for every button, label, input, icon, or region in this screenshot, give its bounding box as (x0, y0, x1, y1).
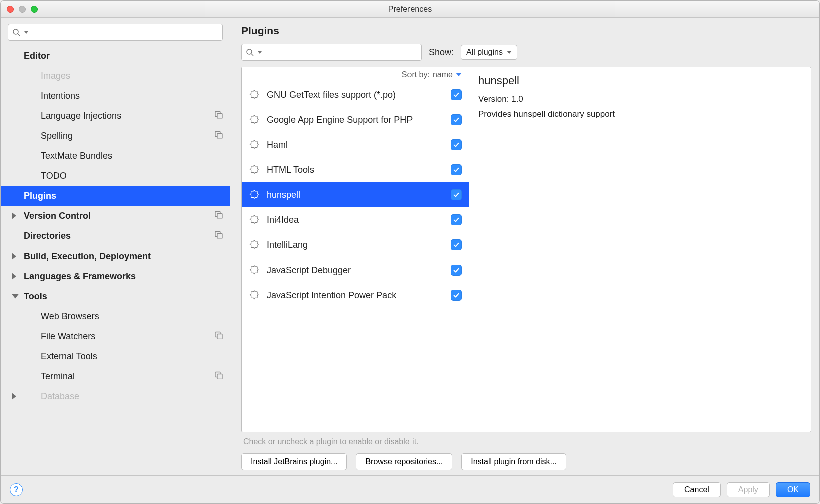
tree-item[interactable]: Intentions (1, 86, 230, 106)
sidebar-search[interactable] (8, 24, 223, 41)
tree-item[interactable]: Build, Execution, Deployment (1, 246, 230, 266)
svg-point-0 (13, 29, 18, 34)
plugin-name: JavaScript Debugger (267, 265, 444, 276)
svg-rect-11 (217, 134, 222, 139)
cancel-button[interactable]: Cancel (673, 482, 721, 497)
plugin-name: hunspell (267, 190, 444, 200)
plugin-detail-version: Version: 1.0 (478, 94, 802, 104)
plugin-name: JavaScript Intention Power Pack (267, 290, 444, 301)
plugin-icon (249, 239, 260, 250)
plugin-search[interactable] (241, 44, 422, 61)
plugin-enabled-checkbox[interactable] (451, 239, 462, 250)
tree-item[interactable]: External Tools (1, 346, 230, 366)
plugin-detail: hunspell Version: 1.0 Provides hunspell … (469, 67, 811, 432)
tree-item[interactable]: Tools (1, 286, 230, 306)
hint-text: Check or uncheck a plugin to enable or d… (243, 437, 809, 446)
plugin-detail-name: hunspell (478, 74, 802, 87)
chevron-right-icon (12, 393, 16, 400)
button-row: Install JetBrains plugin... Browse repos… (241, 453, 811, 470)
plugin-row[interactable]: IntelliLang (242, 232, 469, 258)
ok-button[interactable]: OK (776, 482, 810, 497)
plugin-enabled-checkbox[interactable] (451, 139, 462, 150)
plugin-row[interactable]: Haml (242, 132, 469, 157)
plugin-icon (249, 265, 260, 276)
tree-item[interactable]: Directories (1, 226, 230, 246)
plugin-enabled-checkbox[interactable] (451, 214, 462, 225)
settings-tree[interactable]: EditorImagesIntentionsLanguage Injection… (1, 45, 230, 475)
page-heading: Plugins (241, 25, 811, 37)
zoom-window-button[interactable] (31, 6, 38, 13)
plugin-name: Google App Engine Support for PHP (267, 115, 444, 125)
minimize-window-button[interactable] (19, 6, 26, 13)
scope-icon (215, 331, 223, 342)
sidebar-search-input[interactable] (31, 28, 218, 37)
tree-item-label: Editor (24, 51, 223, 61)
install-from-disk-button[interactable]: Install plugin from disk... (461, 453, 566, 470)
chevron-right-icon (12, 253, 16, 260)
plugin-detail-description: Provides hunspell dictionary support (478, 109, 802, 119)
tree-item-label: Languages & Frameworks (24, 271, 223, 282)
tree-item[interactable]: Languages & Frameworks (1, 266, 230, 286)
tree-item[interactable]: Editor (1, 46, 230, 66)
svg-point-38 (247, 49, 252, 54)
plugin-row[interactable]: HTML Tools (242, 157, 469, 182)
svg-rect-31 (217, 334, 222, 339)
help-button[interactable]: ? (10, 483, 23, 496)
plugin-icon (249, 89, 260, 100)
tree-item[interactable]: File Watchers (1, 326, 230, 346)
window-controls (7, 6, 38, 13)
tree-item[interactable]: TextMate Bundles (1, 146, 230, 166)
tree-item[interactable]: Terminal (1, 366, 230, 386)
plugin-name: Ini4Idea (267, 215, 444, 225)
plugin-row[interactable]: JavaScript Intention Power Pack (242, 283, 469, 308)
plugin-row[interactable]: Google App Engine Support for PHP (242, 107, 469, 132)
scope-icon (215, 111, 223, 121)
plugin-row[interactable]: Ini4Idea (242, 207, 469, 232)
tree-item[interactable]: TODO (1, 166, 230, 186)
plugin-list-column: Sort by: name GNU GetText files support … (242, 67, 469, 432)
plugin-row[interactable]: JavaScript Debugger (242, 258, 469, 283)
plugin-enabled-checkbox[interactable] (451, 265, 462, 276)
tree-item-label: Images (41, 71, 223, 81)
tree-item[interactable]: Version Control (1, 206, 230, 226)
sort-label: Sort by: (402, 70, 430, 79)
sidebar: EditorImagesIntentionsLanguage Injection… (1, 18, 230, 475)
tree-item-label: Web Browsers (41, 311, 223, 322)
search-row: Show: All plugins (241, 44, 811, 61)
svg-rect-9 (217, 114, 222, 119)
tree-item[interactable]: Images (1, 66, 230, 86)
tree-item-label: TextMate Bundles (41, 151, 223, 161)
plugin-enabled-checkbox[interactable] (451, 114, 462, 125)
tree-item-label: Intentions (41, 91, 223, 101)
tree-item[interactable]: Language Injections (1, 106, 230, 126)
plugin-enabled-checkbox[interactable] (451, 89, 462, 100)
plugin-enabled-checkbox[interactable] (451, 290, 462, 301)
tree-item-label: Version Control (24, 211, 223, 221)
plugin-list[interactable]: GNU GetText files support (*.po)Google A… (242, 82, 469, 432)
apply-button[interactable]: Apply (727, 482, 770, 497)
browse-repositories-button[interactable]: Browse repositories... (356, 453, 452, 470)
plugin-icon (249, 290, 260, 301)
footer: ? Cancel Apply OK (1, 475, 819, 503)
tree-item-label: File Watchers (41, 331, 223, 342)
plugin-row[interactable]: hunspell (242, 182, 469, 207)
tree-item-label: Tools (24, 291, 223, 302)
show-dropdown[interactable]: All plugins (461, 45, 517, 60)
close-window-button[interactable] (7, 6, 14, 13)
search-icon (246, 48, 254, 56)
sort-header[interactable]: Sort by: name (242, 67, 469, 82)
tree-item-label: Terminal (41, 371, 223, 382)
tree-item[interactable]: Database (1, 386, 230, 406)
plugin-name: HTML Tools (267, 165, 444, 175)
plugin-row[interactable]: GNU GetText files support (*.po) (242, 82, 469, 107)
plugin-search-input[interactable] (265, 48, 417, 57)
plugin-enabled-checkbox[interactable] (451, 189, 462, 200)
plugin-icon (249, 139, 260, 150)
install-jetbrains-button[interactable]: Install JetBrains plugin... (241, 453, 347, 470)
plugin-enabled-checkbox[interactable] (451, 164, 462, 175)
tree-item[interactable]: Web Browsers (1, 306, 230, 326)
chevron-down-icon (24, 31, 28, 34)
chevron-right-icon (12, 273, 16, 280)
tree-item[interactable]: Plugins (1, 186, 230, 206)
tree-item[interactable]: Spelling (1, 126, 230, 146)
